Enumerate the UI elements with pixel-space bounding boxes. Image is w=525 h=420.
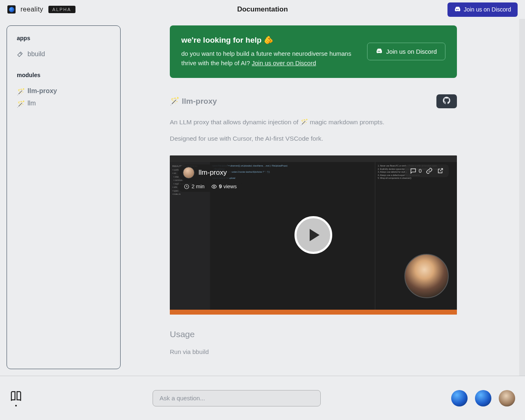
discord-icon [454,6,461,14]
brand-name: reeality [21,6,43,13]
cta-discord-link[interactable]: Join us over on Discord [252,59,316,66]
sparkle-icon: 🪄 [17,88,23,94]
sidebar-item-label: llm [27,100,36,107]
sidebar-item-llm[interactable]: 🪄 llm [17,97,110,110]
play-button[interactable] [294,216,332,254]
video-actions-overlay: 0 [405,164,449,177]
doc-sidebar: apps bbuild modules 🪄 llm-proxy 🪄 llm [7,25,121,369]
main-content: apps bbuild modules 🪄 llm-proxy 🪄 llm we… [0,19,525,376]
sidebar-item-label: llm-proxy [27,87,57,95]
video-meta-overlay: 2 min 9 views [178,181,242,192]
header-discord-button[interactable]: Join us on Discord [447,2,518,17]
agent-orb-2[interactable] [475,390,491,406]
play-icon [310,229,320,241]
agent-orb-1[interactable] [451,390,468,406]
eye-icon [211,184,217,189]
video-duration: 2 min [184,183,205,189]
discord-icon [376,48,382,55]
discord-button-label: Join us on Discord [464,6,511,13]
sidebar-section-apps: apps [17,35,110,41]
github-button[interactable] [436,94,457,108]
app-header: reeality ALPHA Documentation Join us on … [0,0,525,19]
bottom-bar [0,376,525,420]
logo-orb-icon [9,7,14,12]
doc-content: we're looking for help 🫵 do you want to … [170,25,457,369]
cta-title: we're looking for help 🫵 [181,35,357,45]
page-heading-row: 🪄 llm-proxy [170,94,457,108]
sidebar-section-modules: modules [17,72,110,78]
usage-heading: Usage [170,329,457,339]
hammer-icon [17,51,23,57]
video-title: llm-proxy [199,169,227,177]
brand-group: reeality ALPHA [7,5,75,14]
cta-button-label: Join us on Discord [386,48,437,55]
bottom-nav-docs[interactable] [10,390,22,406]
intro-paragraph-1: An LLM proxy that allows dynamic injecti… [170,117,457,128]
cta-body: do you want to help build a future where… [181,49,357,68]
video-link-button[interactable] [426,167,433,174]
sidebar-item-llm-proxy[interactable]: 🪄 llm-proxy [17,85,110,97]
sparkle-icon: 🪄 [17,100,23,107]
presenter-camera [404,254,449,298]
vscode-statusbar-mock [170,310,457,315]
module-heading: 🪄 llm-proxy [170,96,217,106]
active-indicator-icon [15,405,17,406]
comment-icon [410,167,417,174]
alpha-badge: ALPHA [48,6,75,13]
intro-paragraph-2: Designed for use with Cursor, the AI-fir… [170,134,457,144]
video-open-button[interactable] [437,167,444,174]
demo-video[interactable]: REEALITY (WORKSPACE)• config• src • chat… [170,155,457,315]
github-icon [442,96,451,106]
video-comments-button[interactable]: 0 [410,167,422,174]
book-icon [10,390,22,402]
link-icon [426,167,433,174]
page-title: Documentation [237,5,288,14]
vscode-menubar-mock [170,155,457,162]
sidebar-item-bbuild[interactable]: bbuild [17,48,110,60]
video-title-overlay: llm-proxy [178,164,232,181]
cta-discord-button[interactable]: Join us on Discord [367,43,445,60]
clock-icon [184,184,189,189]
help-cta-banner: we're looking for help 🫵 do you want to … [170,25,457,78]
svg-point-1 [213,186,215,187]
user-avatar[interactable] [499,390,515,406]
scrollbar[interactable] [519,19,525,376]
bottom-avatars [451,390,515,406]
usage-subheading: Run via bbuild [170,348,457,355]
video-views: 9 views [211,183,237,189]
sidebar-item-label: bbuild [27,50,45,58]
logo-mark[interactable] [7,5,16,14]
ask-input[interactable] [153,390,321,406]
external-link-icon [437,167,444,174]
presenter-avatar-icon [183,167,194,178]
